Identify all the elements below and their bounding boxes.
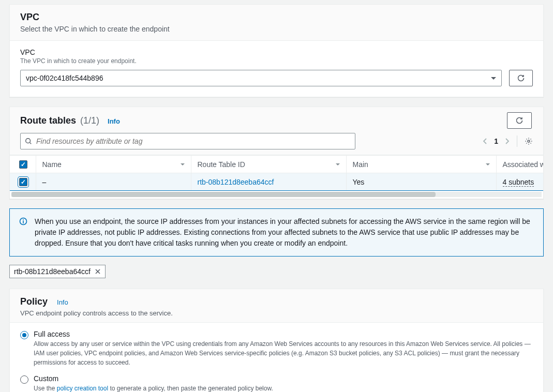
select-all-checkbox[interactable]: ✓ bbox=[19, 160, 27, 169]
endpoint-info-alert: When you use an endpoint, the source IP … bbox=[9, 208, 544, 257]
route-tables-controls: 1 bbox=[10, 130, 543, 155]
vpc-panel-body: VPC The VPC in which to create your endp… bbox=[10, 41, 543, 97]
row-checkbox[interactable]: ✓ bbox=[19, 178, 27, 186]
policy-title: Policy bbox=[20, 296, 48, 307]
prev-page-button[interactable] bbox=[483, 138, 488, 145]
route-tables-count: (1/1) bbox=[80, 115, 99, 126]
radio-label: Custom bbox=[34, 374, 273, 383]
policy-body: Full access Allow access by any user or … bbox=[10, 323, 543, 392]
cell-assoc[interactable]: 4 subnets bbox=[503, 178, 534, 187]
col-header-assoc[interactable]: Associated with bbox=[496, 156, 543, 173]
divider bbox=[517, 135, 517, 147]
vpc-select-value: vpc-0f02c418fc544b896 bbox=[26, 74, 103, 82]
radio-desc: Use the policy creation tool to generate… bbox=[34, 384, 273, 392]
col-header-name[interactable]: Name bbox=[36, 156, 191, 173]
route-tables-header: Route tables (1/1) Info bbox=[10, 107, 543, 130]
horizontal-scrollbar[interactable] bbox=[11, 192, 542, 197]
route-tables-info-link[interactable]: Info bbox=[108, 117, 120, 125]
alert-text: When you use an endpoint, the source IP … bbox=[35, 216, 534, 249]
close-icon bbox=[95, 268, 101, 275]
route-tables-title: Route tables bbox=[20, 115, 76, 126]
cell-rtid-link[interactable]: rtb-08b121d8eeba64ccf bbox=[198, 178, 274, 186]
vpc-subtitle: Select the VPC in which to create the en… bbox=[20, 25, 533, 33]
svg-point-3 bbox=[23, 219, 24, 220]
policy-option-full[interactable]: Full access Allow access by any user or … bbox=[20, 330, 533, 367]
sort-caret-icon bbox=[486, 163, 490, 165]
pagination: 1 bbox=[483, 135, 533, 147]
sort-caret-icon bbox=[336, 163, 340, 165]
info-icon bbox=[19, 217, 27, 249]
route-tables-search[interactable] bbox=[20, 133, 355, 149]
col-header-rtid[interactable]: Route Table ID bbox=[191, 156, 346, 173]
vpc-field-label: VPC bbox=[20, 48, 533, 56]
next-page-button[interactable] bbox=[504, 138, 510, 145]
table-row[interactable]: ✓ – rtb-08b121d8eeba64ccf Yes 4 subnets bbox=[10, 173, 543, 191]
policy-option-custom[interactable]: Custom Use the policy creation tool to g… bbox=[20, 374, 533, 392]
chip-remove-button[interactable] bbox=[95, 268, 101, 275]
policy-creation-tool-link[interactable]: policy creation tool bbox=[57, 385, 108, 392]
page-number: 1 bbox=[494, 137, 498, 145]
chevron-down-icon bbox=[491, 77, 496, 80]
settings-gear-icon[interactable] bbox=[525, 137, 533, 145]
route-tables-refresh-button[interactable] bbox=[507, 112, 532, 129]
policy-info-link[interactable]: Info bbox=[57, 298, 68, 306]
svg-point-1 bbox=[528, 140, 530, 142]
svg-point-0 bbox=[26, 139, 31, 143]
cell-name: – bbox=[36, 173, 191, 191]
vpc-field-hint: The VPC in which to create your endpoint… bbox=[20, 57, 533, 65]
policy-subtitle: VPC endpoint policy controls access to t… bbox=[20, 309, 533, 317]
vpc-select[interactable]: vpc-0f02c418fc544b896 bbox=[20, 70, 502, 86]
policy-panel: Policy Info VPC endpoint policy controls… bbox=[9, 289, 544, 392]
route-tables-search-input[interactable] bbox=[35, 137, 351, 146]
selected-route-table-chip: rtb-08b121d8eeba64ccf bbox=[9, 265, 106, 278]
radio-desc: Allow access by any user or service with… bbox=[34, 339, 533, 367]
radio-label: Full access bbox=[34, 330, 533, 338]
policy-header: Policy Info VPC endpoint policy controls… bbox=[10, 289, 543, 323]
refresh-icon bbox=[515, 116, 524, 125]
scrollbar-thumb[interactable] bbox=[11, 192, 436, 197]
radio-custom[interactable] bbox=[20, 375, 28, 384]
vpc-refresh-button[interactable] bbox=[509, 70, 533, 86]
chip-label: rtb-08b121d8eeba64ccf bbox=[14, 267, 91, 276]
cell-main: Yes bbox=[346, 173, 496, 191]
col-header-main[interactable]: Main bbox=[346, 156, 496, 173]
radio-full-access[interactable] bbox=[20, 331, 28, 339]
sort-caret-icon bbox=[181, 163, 185, 165]
route-tables-panel: Route tables (1/1) Info 1 bbox=[9, 107, 544, 199]
search-icon bbox=[25, 138, 32, 145]
vpc-panel: VPC Select the VPC in which to create th… bbox=[9, 4, 544, 97]
refresh-icon bbox=[517, 74, 525, 82]
vpc-panel-header: VPC Select the VPC in which to create th… bbox=[10, 5, 543, 41]
route-tables-table: ✓ Name Route Table ID Main Associated wi… bbox=[10, 155, 543, 191]
vpc-title: VPC bbox=[20, 12, 533, 23]
